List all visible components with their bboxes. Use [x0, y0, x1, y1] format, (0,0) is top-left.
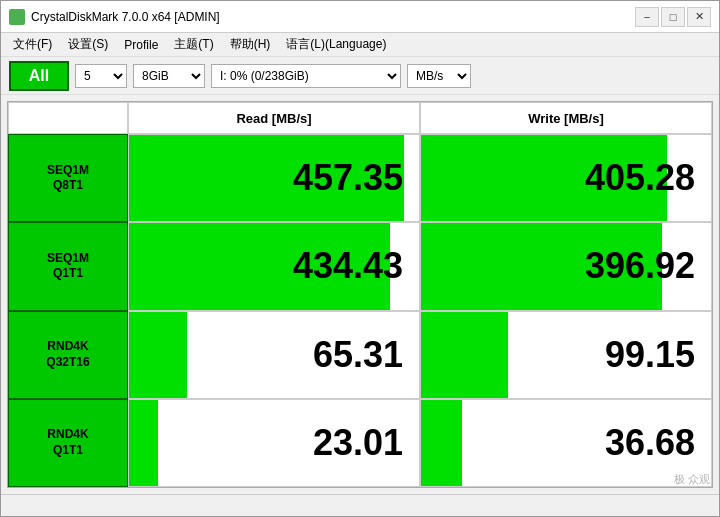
menu-file[interactable]: 文件(F) [5, 34, 60, 55]
menu-theme[interactable]: 主题(T) [166, 34, 221, 55]
row-label-0: SEQ1M Q8T1 [8, 134, 128, 222]
row-label-3-line2: Q1T1 [53, 443, 83, 459]
window-controls: − □ ✕ [635, 7, 711, 27]
menu-bar: 文件(F) 设置(S) Profile 主题(T) 帮助(H) 语言(L)(La… [1, 33, 719, 57]
read-value-0: 457.35 [128, 134, 420, 222]
toolbar: All 5 8GiB I: 0% (0/238GiB) MB/s [1, 57, 719, 95]
main-window: CrystalDiskMark 7.0.0 x64 [ADMIN] − □ ✕ … [0, 0, 720, 517]
write-value-1: 396.92 [420, 222, 712, 310]
read-value-1: 434.43 [128, 222, 420, 310]
menu-help[interactable]: 帮助(H) [222, 34, 279, 55]
header-spacer [8, 102, 128, 134]
row-label-3: RND4K Q1T1 [8, 399, 128, 487]
row-label-1-line2: Q1T1 [53, 266, 83, 282]
title-bar: CrystalDiskMark 7.0.0 x64 [ADMIN] − □ ✕ [1, 1, 719, 33]
app-icon [9, 9, 25, 25]
write-value-0: 405.28 [420, 134, 712, 222]
row-label-0-line1: SEQ1M [47, 163, 89, 179]
main-content: Read [MB/s] Write [MB/s] SEQ1M Q8T1 457.… [1, 95, 719, 494]
close-button[interactable]: ✕ [687, 7, 711, 27]
status-bar [1, 494, 719, 516]
menu-settings[interactable]: 设置(S) [60, 34, 116, 55]
minimize-button[interactable]: − [635, 7, 659, 27]
unit-select[interactable]: MB/s [407, 64, 471, 88]
benchmark-table: Read [MB/s] Write [MB/s] SEQ1M Q8T1 457.… [7, 101, 713, 488]
all-button[interactable]: All [9, 61, 69, 91]
row-label-1-line1: SEQ1M [47, 251, 89, 267]
size-select[interactable]: 8GiB [133, 64, 205, 88]
drive-select[interactable]: I: 0% (0/238GiB) [211, 64, 401, 88]
menu-profile[interactable]: Profile [116, 36, 166, 54]
write-value-3: 36.68 [420, 399, 712, 487]
read-value-3: 23.01 [128, 399, 420, 487]
row-label-2: RND4K Q32T16 [8, 311, 128, 399]
row-label-2-line2: Q32T16 [46, 355, 89, 371]
write-value-2: 99.15 [420, 311, 712, 399]
row-label-2-line1: RND4K [47, 339, 88, 355]
menu-language[interactable]: 语言(L)(Language) [278, 34, 394, 55]
write-header: Write [MB/s] [420, 102, 712, 134]
row-label-0-line2: Q8T1 [53, 178, 83, 194]
row-label-1: SEQ1M Q1T1 [8, 222, 128, 310]
row-label-3-line1: RND4K [47, 427, 88, 443]
read-header: Read [MB/s] [128, 102, 420, 134]
read-value-2: 65.31 [128, 311, 420, 399]
window-title: CrystalDiskMark 7.0.0 x64 [ADMIN] [31, 10, 635, 24]
count-select[interactable]: 5 [75, 64, 127, 88]
maximize-button[interactable]: □ [661, 7, 685, 27]
